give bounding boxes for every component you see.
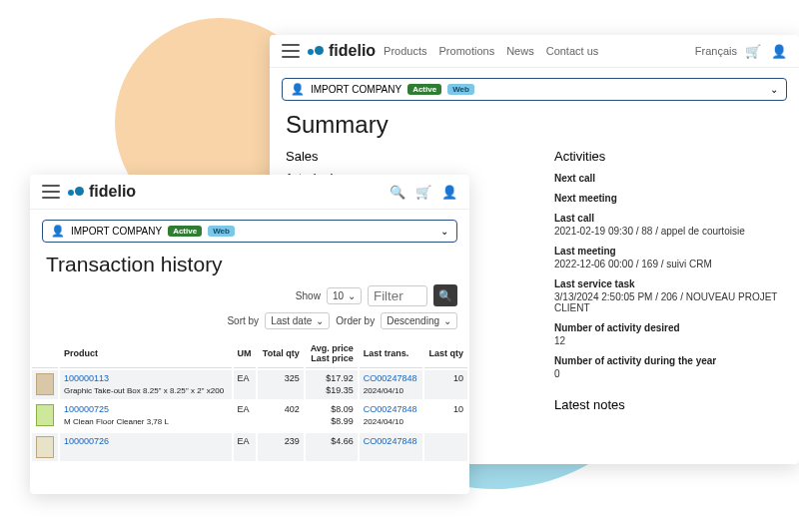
cell-price: $8.09$8.99: [306, 401, 358, 430]
brand-text: fidelio: [329, 42, 376, 60]
search-button[interactable]: 🔍: [433, 284, 457, 306]
language-toggle[interactable]: Français: [695, 45, 737, 57]
badge-active: Active: [407, 84, 441, 95]
company-name: IMPORT COMPANY: [311, 84, 401, 95]
page-title: Transaction history: [46, 253, 453, 276]
sort-select[interactable]: Last date⌄: [265, 312, 330, 329]
next-meeting-label: Next meeting: [554, 193, 783, 204]
last-meeting-value: 2022-12-06 00:00 / 169 / suivi CRM: [554, 259, 783, 269]
last-meeting-label: Last meeting: [554, 246, 783, 257]
cell-um: EA: [234, 401, 256, 430]
badge-web: Web: [208, 226, 235, 237]
product-code[interactable]: 100000726: [64, 436, 109, 446]
num-desired-label: Number of activity desired: [554, 322, 783, 333]
th-product: Product: [60, 339, 232, 368]
badge-active: Active: [168, 226, 202, 237]
brand-logo[interactable]: fidelio: [68, 183, 136, 201]
order-select[interactable]: Descending⌄: [381, 312, 457, 329]
activities-column: Activities Next call Next meeting Last c…: [554, 145, 783, 416]
cell-trans: CO002478482024/04/10: [360, 370, 422, 399]
nav-links: Products Promotions News Contact us: [384, 45, 598, 57]
user-icon[interactable]: 👤: [441, 185, 457, 200]
chevron-down-icon: ⌄: [316, 315, 324, 326]
company-name: IMPORT COMPANY: [71, 226, 162, 237]
filter-row-2: Sort by Last date⌄ Order by Descending⌄: [30, 310, 469, 337]
num-year-value: 0: [554, 368, 783, 379]
topbar-icons: 🔍 🛒 👤: [390, 185, 457, 200]
brand-logo[interactable]: fidelio: [308, 42, 376, 60]
last-call-label: Last call: [554, 213, 783, 224]
product-image: [36, 436, 54, 458]
company-selector[interactable]: 👤 IMPORT COMPANY Active Web ⌄: [282, 78, 787, 101]
next-call-label: Next call: [554, 173, 783, 184]
cell-price: $4.66: [306, 433, 358, 461]
page-title: Summary: [286, 111, 783, 139]
sortby-label: Sort by: [227, 315, 259, 326]
cell-um: EA: [234, 370, 256, 399]
cart-icon[interactable]: 🛒: [745, 44, 761, 59]
cell-trans: CO002478482024/04/10: [360, 401, 422, 430]
filter-row-1: Show 10⌄ 🔍: [30, 280, 469, 310]
cell-price: $17.92$19.35: [306, 370, 358, 399]
chevron-down-icon[interactable]: ⌄: [440, 226, 448, 237]
search-icon[interactable]: 🔍: [390, 185, 405, 200]
th-lastqty: Last qty: [424, 339, 467, 368]
cell-totalqty: 325: [258, 370, 304, 399]
product-code[interactable]: 100000113: [64, 373, 109, 383]
product-image: [36, 404, 54, 426]
cell-totalqty: 402: [258, 401, 304, 430]
num-desired-value: 12: [554, 335, 783, 346]
product-code[interactable]: 100000725: [64, 404, 109, 414]
topbar-back: fidelio Products Promotions News Contact…: [270, 35, 799, 68]
cell-lastqty: [424, 433, 467, 461]
cart-icon[interactable]: 🛒: [415, 185, 431, 200]
table-row[interactable]: 100000725M Clean Floor Cleaner 3,78 L EA…: [32, 401, 467, 430]
company-selector[interactable]: 👤 IMPORT COMPANY Active Web ⌄: [42, 220, 457, 243]
product-name: Graphic Take-out Box 8.25'' x 8.25'' x 2…: [64, 386, 224, 395]
brand-text: fidelio: [89, 183, 136, 201]
nav-promotions[interactable]: Promotions: [439, 45, 495, 57]
cell-trans: CO00247848: [360, 433, 422, 461]
show-select[interactable]: 10⌄: [327, 287, 362, 304]
nav-news[interactable]: News: [506, 45, 534, 57]
nav-contact[interactable]: Contact us: [546, 45, 599, 57]
cell-um: EA: [234, 433, 256, 461]
orderby-label: Order by: [336, 315, 375, 326]
person-icon: 👤: [51, 225, 65, 238]
user-icon[interactable]: 👤: [771, 44, 787, 59]
table-row[interactable]: 100000113Graphic Take-out Box 8.25'' x 8…: [32, 370, 467, 399]
person-icon: 👤: [291, 83, 305, 96]
badge-web: Web: [447, 84, 474, 95]
last-call-value: 2021-02-19 09:30 / 88 / appel de courtoi…: [554, 226, 783, 237]
th-lasttrans: Last trans.: [360, 339, 422, 368]
cell-totalqty: 239: [258, 433, 304, 461]
show-label: Show: [296, 290, 321, 301]
table-row[interactable]: 100000726 EA 239 $4.66 CO00247848: [32, 433, 467, 461]
topbar-icons: 🛒 👤: [745, 44, 787, 59]
chevron-down-icon: ⌄: [348, 290, 356, 301]
chevron-down-icon[interactable]: ⌄: [770, 84, 778, 95]
cell-lastqty: 10: [424, 370, 467, 399]
th-um: UM: [234, 339, 256, 368]
nav-products[interactable]: Products: [384, 45, 426, 57]
th-totalqty: Total qty: [258, 339, 304, 368]
product-image: [36, 373, 54, 395]
last-service-value: 3/13/2024 2:50:05 PM / 206 / NOUVEAU PRO…: [554, 291, 783, 313]
filter-input[interactable]: [368, 285, 427, 306]
topbar-front: fidelio 🔍 🛒 👤: [30, 175, 469, 210]
chevron-down-icon: ⌄: [443, 315, 451, 326]
sales-heading: Sales: [286, 149, 514, 164]
product-name: M Clean Floor Cleaner 3,78 L: [64, 417, 169, 426]
activities-heading: Activities: [554, 149, 783, 164]
transaction-panel: fidelio 🔍 🛒 👤 👤 IMPORT COMPANY Active We…: [30, 175, 469, 494]
transaction-table: Product UM Total qty Avg. priceLast pric…: [30, 337, 469, 463]
menu-icon[interactable]: [282, 44, 300, 58]
cell-lastqty: 10: [424, 401, 467, 430]
latest-notes-heading: Latest notes: [554, 397, 783, 412]
menu-icon[interactable]: [42, 185, 60, 199]
th-avg: Avg. priceLast price: [306, 339, 358, 368]
num-year-label: Number of activity during the year: [554, 355, 783, 366]
last-service-label: Last service task: [554, 278, 783, 289]
